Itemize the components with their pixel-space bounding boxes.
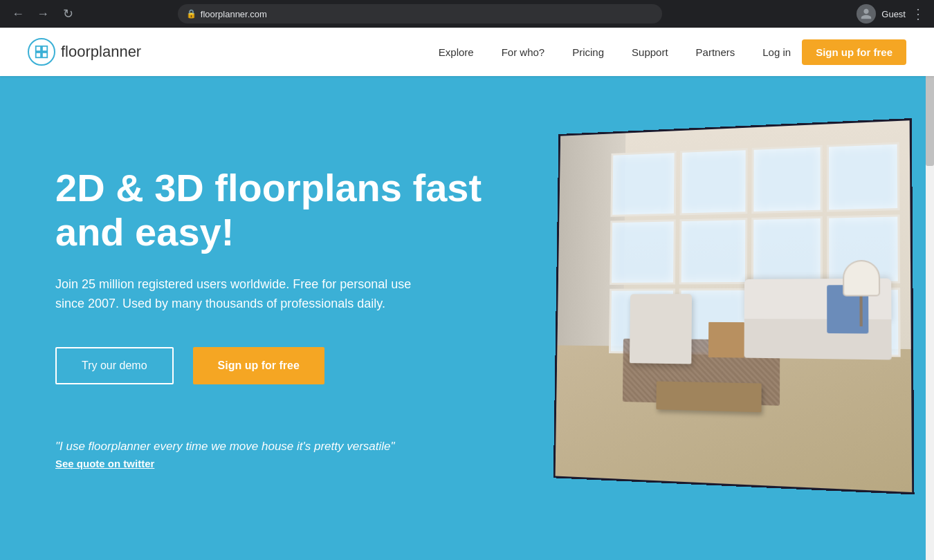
scrollbar[interactable] — [926, 28, 934, 560]
hero-title: 2D & 3D floorplans fast and easy! — [55, 166, 505, 255]
browser-menu-button[interactable]: ⋮ — [911, 6, 926, 22]
guest-label: Guest — [881, 9, 906, 19]
logo-icon — [28, 38, 55, 66]
hero-buttons: Try our demo Sign up for free — [55, 347, 505, 384]
room-armchair — [630, 294, 692, 364]
forward-button[interactable]: → — [33, 4, 53, 24]
nav-support[interactable]: Support — [632, 46, 668, 58]
window-pane — [680, 148, 748, 215]
hero-signup-button[interactable]: Sign up for free — [193, 347, 324, 384]
window-pane — [752, 145, 823, 214]
browser-right: Guest ⋮ — [857, 4, 926, 24]
window-pane — [751, 216, 822, 284]
lock-icon: 🔒 — [186, 9, 196, 19]
quote-section: "I use floorplanner every time we move h… — [55, 440, 505, 470]
hero-content: 2D & 3D floorplans fast and easy! Join 2… — [55, 166, 505, 470]
url-text: floorplanner.com — [201, 9, 267, 19]
demo-button[interactable]: Try our demo — [55, 347, 174, 384]
svg-rect-3 — [42, 53, 47, 57]
room-box — [553, 118, 915, 494]
window-pane — [610, 219, 676, 285]
lamp-base — [860, 297, 863, 326]
room-illustration — [547, 124, 934, 512]
nav-for-who[interactable]: For who? — [502, 46, 545, 58]
address-bar[interactable]: 🔒 floorplanner.com — [178, 4, 662, 24]
lamp-shade — [843, 260, 881, 297]
svg-rect-2 — [36, 53, 41, 57]
site-navbar: floorplanner Explore For who? Pricing Su… — [0, 28, 934, 76]
profile-icon[interactable] — [857, 4, 876, 24]
window-pane — [826, 142, 899, 212]
logo-text: floorplanner — [61, 43, 141, 61]
quote-text: "I use floorplanner every time we move h… — [55, 440, 505, 454]
window-pane — [679, 218, 748, 284]
room-side-table — [708, 322, 744, 358]
hero-subtitle: Join 25 million registered users worldwi… — [55, 274, 429, 315]
browser-chrome: ← → ↻ 🔒 floorplanner.com Guest ⋮ — [0, 0, 934, 28]
nav-links: Explore For who? Pricing Support Partner… — [439, 46, 735, 58]
svg-rect-1 — [42, 46, 47, 51]
room-lamp — [843, 260, 881, 326]
nav-right: Log in Sign up for free — [762, 39, 906, 65]
room-coffee-table — [657, 382, 762, 413]
nav-pricing[interactable]: Pricing — [572, 46, 604, 58]
hero-image — [547, 124, 934, 512]
logo-area[interactable]: floorplanner — [28, 38, 141, 66]
svg-rect-0 — [36, 46, 41, 51]
hero-section: 2D & 3D floorplans fast and easy! Join 2… — [0, 76, 934, 560]
back-button[interactable]: ← — [8, 4, 28, 24]
login-button[interactable]: Log in — [762, 46, 791, 58]
navbar-signup-button[interactable]: Sign up for free — [802, 39, 906, 65]
window-pane — [611, 151, 677, 217]
refresh-button[interactable]: ↻ — [58, 4, 77, 24]
nav-explore[interactable]: Explore — [439, 46, 474, 58]
nav-partners[interactable]: Partners — [696, 46, 735, 58]
quote-link[interactable]: See quote on twitter — [55, 458, 154, 469]
